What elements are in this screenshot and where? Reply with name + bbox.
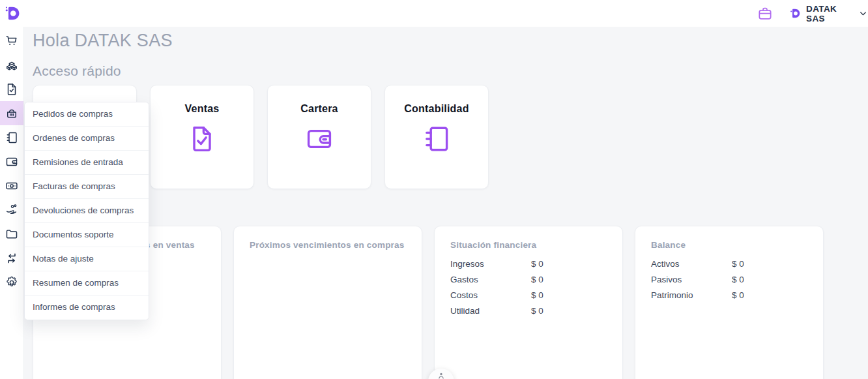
sidebar-item-compras[interactable]: [0, 101, 23, 125]
sidebar-item-documentos[interactable]: [0, 77, 23, 101]
row-value: $ 0: [732, 275, 744, 284]
table-row: Patrimonio $ 0: [651, 287, 807, 303]
menu-item-documentos-soporte[interactable]: Documentos soporte: [25, 223, 149, 247]
cart-icon: [5, 34, 19, 48]
row-label: Patrimonio: [651, 290, 732, 300]
sidebar-item-tesoreria[interactable]: [0, 174, 23, 198]
sidebar-item-contabilidad[interactable]: [0, 125, 23, 149]
quick-card-cartera[interactable]: Cartera: [267, 85, 371, 189]
compras-menu: Pedidos de compras Ordenes de compras Re…: [24, 102, 149, 320]
table-row: Utilidad $ 0: [450, 303, 607, 318]
sidebar: [0, 27, 24, 379]
row-label: Ingresos: [450, 259, 531, 269]
row-value: $ 0: [732, 259, 744, 269]
menu-item-devoluciones-de-compras[interactable]: Devoluciones de compras: [25, 199, 149, 223]
sidebar-item-terceros[interactable]: [0, 198, 23, 222]
row-label: Activos: [651, 259, 732, 269]
sidebar-item-archivos[interactable]: [0, 222, 23, 246]
main-content: Hola DATAK SAS Acceso rápido Ventas Cart…: [24, 27, 868, 379]
quick-card-contabilidad[interactable]: Contabilidad: [384, 85, 489, 189]
table-row: Activos $ 0: [651, 256, 807, 271]
row-value: $ 0: [531, 306, 543, 316]
dashboard-row: Próximos vencimientos en ventas Próximos…: [33, 226, 868, 379]
basket-icon: [5, 106, 19, 121]
topbar: DATAK SAS: [0, 0, 868, 27]
financial-rows: Ingresos $ 0 Gastos $ 0 Costos $ 0 Utili…: [450, 256, 607, 318]
transfer-arrows-icon: [5, 251, 19, 265]
help-fab-icon: [437, 372, 445, 379]
menu-item-ordenes-de-compras[interactable]: Ordenes de compras: [25, 127, 149, 151]
table-row: Costos $ 0: [450, 287, 607, 303]
card-situacion-financiera: Situación financiera Ingresos $ 0 Gastos…: [434, 226, 623, 379]
row-label: Costos: [450, 290, 531, 300]
quick-access-title: Acceso rápido: [33, 63, 868, 79]
quick-card-label: Cartera: [300, 103, 338, 115]
document-check-icon: [5, 82, 19, 97]
card-vencimientos-compras: Próximos vencimientos en compras: [233, 226, 422, 379]
quick-access-row: Ventas Cartera Contabilidad: [33, 85, 868, 189]
account-logo-icon: [790, 8, 801, 19]
wallet-icon: [304, 123, 335, 155]
row-label: Pasivos: [651, 275, 732, 284]
document-check-icon: [186, 123, 218, 155]
app-logo-icon[interactable]: [5, 5, 21, 22]
sidebar-item-inventario[interactable]: [0, 53, 23, 77]
menu-item-informes-de-compras[interactable]: Informes de compras: [25, 296, 149, 320]
row-value: $ 0: [531, 259, 543, 269]
page-title: Hola DATAK SAS: [33, 31, 868, 51]
card-balance: Balance Activos $ 0 Pasivos $ 0 Patrimon…: [635, 226, 824, 379]
balance-rows: Activos $ 0 Pasivos $ 0 Patrimonio $ 0: [651, 256, 807, 303]
folder-icon: [5, 227, 19, 241]
hand-users-icon: [5, 203, 19, 217]
row-value: $ 0: [732, 290, 744, 300]
menu-item-notas-de-ajuste[interactable]: Notas de ajuste: [25, 247, 149, 271]
card-title: Balance: [651, 240, 807, 250]
row-label: Utilidad: [450, 306, 531, 316]
table-row: Ingresos $ 0: [450, 256, 607, 271]
row-label: Gastos: [450, 275, 531, 284]
quick-card-ventas[interactable]: Ventas: [150, 85, 254, 189]
sidebar-item-cartera[interactable]: [0, 149, 23, 174]
wallet-icon: [5, 155, 19, 169]
company-name: DATAK SAS: [806, 4, 853, 23]
menu-item-resumen-de-compras[interactable]: Resumen de compras: [25, 271, 149, 296]
quick-card-label: Ventas: [185, 103, 220, 115]
ledger-icon: [5, 130, 19, 145]
packages-icon: [5, 58, 19, 72]
card-title: Próximos vencimientos en compras: [250, 240, 406, 250]
briefcase-icon[interactable]: [757, 5, 774, 22]
table-row: Pasivos $ 0: [651, 271, 807, 287]
quick-card-label: Contabilidad: [404, 103, 469, 115]
sidebar-item-ventas[interactable]: [0, 29, 23, 53]
ledger-icon: [421, 123, 452, 155]
menu-item-pedidos-de-compras[interactable]: Pedidos de compras: [25, 102, 149, 127]
row-value: $ 0: [531, 290, 543, 300]
chevron-down-icon: [858, 8, 868, 18]
menu-item-facturas-de-compras[interactable]: Facturas de compras: [25, 175, 149, 199]
account-menu[interactable]: DATAK SAS: [790, 0, 868, 27]
card-title: Situación financiera: [450, 240, 607, 250]
table-row: Gastos $ 0: [450, 271, 607, 287]
gear-icon: [5, 275, 19, 290]
sidebar-item-configuracion[interactable]: [0, 270, 23, 294]
menu-item-remisiones-de-entrada[interactable]: Remisiones de entrada: [25, 151, 149, 175]
sidebar-item-traslados[interactable]: [0, 246, 23, 270]
row-value: $ 0: [531, 275, 543, 284]
banknote-icon: [5, 179, 19, 193]
